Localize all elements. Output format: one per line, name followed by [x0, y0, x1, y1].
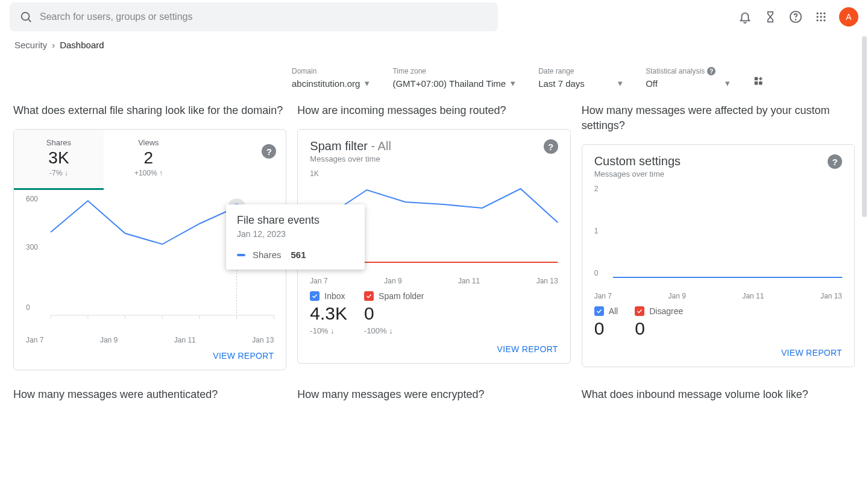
svg-point-0	[22, 13, 30, 21]
svg-point-6	[823, 13, 825, 14]
legend-value: 4.3K	[310, 303, 347, 324]
legend-inbox[interactable]: Inbox 4.3K -10% ↓	[310, 291, 347, 335]
svg-rect-14	[755, 81, 758, 85]
svg-rect-13	[755, 77, 758, 81]
x-tick: Jan 9	[668, 292, 686, 300]
add-widget-button[interactable]	[753, 75, 766, 89]
filter-daterange-value: Last 7 days	[538, 78, 585, 89]
help-icon[interactable]	[788, 10, 803, 24]
card-question-spam: How are incoming messages being routed?	[297, 103, 570, 118]
tab-shares[interactable]: Shares 3K -7% ↓	[14, 130, 104, 190]
filter-timezone-value: (GMT+07:00) Thailand Time	[392, 78, 506, 89]
help-icon[interactable]: ?	[828, 154, 842, 169]
filter-domain-label: Domain	[292, 67, 370, 75]
card-title-spam: Spam filter - All	[310, 139, 391, 153]
svg-line-1	[28, 19, 31, 22]
y-tick: 1	[594, 227, 599, 235]
chevron-down-icon: ▾	[511, 78, 515, 89]
svg-point-3	[796, 19, 796, 20]
card-question-encrypted: How many messages were encrypted?	[297, 387, 570, 402]
legend-all[interactable]: All 0	[594, 306, 618, 339]
card-custom: Custom settings Messages over time ? 2 1…	[582, 144, 855, 367]
svg-point-4	[817, 13, 819, 14]
tab-views[interactable]: Views 2 +100% ↑	[104, 130, 193, 190]
chart-custom: 2 1 0	[582, 181, 854, 289]
series-swatch-icon	[237, 254, 245, 256]
checkbox-icon[interactable]	[635, 306, 644, 316]
breadcrumb-current: Dashboard	[60, 40, 104, 50]
legend-label: Disagree	[649, 306, 683, 316]
svg-point-5	[820, 13, 822, 14]
search-input[interactable]	[40, 11, 488, 22]
filter-stats[interactable]: Statistical analysis ? Off ▾	[646, 67, 730, 89]
checkbox-icon[interactable]	[364, 291, 374, 301]
checkbox-icon[interactable]	[310, 291, 319, 301]
notifications-icon[interactable]	[738, 10, 752, 24]
filter-timezone[interactable]: Time zone (GMT+07:00) Thailand Time ▾	[392, 67, 515, 89]
chevron-right-icon: ›	[52, 40, 55, 50]
filter-domain-value: abcinstitution.org	[292, 78, 360, 89]
legend-delta: -100% ↓	[364, 326, 424, 335]
x-tick: Jan 7	[310, 277, 327, 285]
x-tick: Jan 13	[536, 277, 558, 285]
chart-tooltip: File share events Jan 12, 2023 Shares 56…	[226, 204, 365, 270]
card-question-file-sharing: What does external file sharing look lik…	[13, 103, 286, 118]
breadcrumb-parent[interactable]: Security	[14, 40, 47, 50]
svg-point-11	[820, 19, 822, 21]
y-tick: 0	[594, 269, 599, 277]
chevron-down-icon: ▾	[725, 78, 730, 89]
filter-daterange-label: Date range	[538, 67, 623, 75]
svg-point-12	[823, 19, 825, 21]
y-tick: 600	[26, 195, 38, 203]
y-tick: 0	[26, 303, 30, 312]
help-icon[interactable]: ?	[262, 144, 276, 159]
x-tick: Jan 9	[384, 277, 401, 285]
view-report-button[interactable]: VIEW REPORT	[781, 348, 842, 358]
filter-stats-label: Statistical analysis ?	[646, 67, 730, 75]
view-report-button[interactable]: VIEW REPORT	[213, 351, 274, 361]
legend-disagree[interactable]: Disagree 0	[635, 306, 683, 339]
y-tick: 300	[26, 243, 38, 251]
tooltip-series: Shares	[253, 250, 281, 260]
x-tick: Jan 11	[458, 277, 480, 285]
apps-icon[interactable]	[814, 10, 828, 24]
card-title-custom: Custom settings	[594, 154, 681, 168]
search-field[interactable]	[10, 2, 498, 31]
card-question-auth: How many messages were authenticated?	[13, 387, 286, 402]
chevron-down-icon: ▾	[618, 78, 623, 89]
help-icon[interactable]: ?	[544, 139, 558, 154]
y-tick: 1K	[310, 169, 319, 178]
card-file-sharing: Shares 3K -7% ↓ Views 2 +100% ↑ ? 600 30…	[13, 129, 286, 370]
x-tick: Jan 11	[174, 336, 196, 344]
tab-shares-label: Shares	[46, 138, 71, 147]
scrollbar[interactable]	[862, 36, 867, 217]
chevron-down-icon: ▾	[365, 78, 370, 89]
svg-point-8	[820, 16, 822, 17]
tooltip-title: File share events	[237, 214, 354, 227]
chart-file-sharing: 600 300 0 File share events Jan 12, 2	[14, 190, 286, 333]
legend-label: Spam folder	[379, 291, 424, 301]
filter-domain[interactable]: Domain abcinstitution.org ▾	[292, 67, 370, 89]
filter-daterange[interactable]: Date range Last 7 days ▾	[538, 67, 623, 89]
tab-shares-delta: -7% ↓	[49, 169, 68, 177]
legend-delta: -10% ↓	[310, 326, 347, 335]
card-subtitle: Messages over time	[594, 169, 681, 178]
filter-timezone-label: Time zone	[392, 67, 515, 75]
legend-spam-folder[interactable]: Spam folder 0 -100% ↓	[364, 291, 424, 335]
svg-point-10	[817, 19, 819, 21]
x-tick: Jan 9	[100, 336, 118, 344]
tab-shares-value: 3K	[48, 148, 69, 168]
filter-stats-value: Off	[646, 78, 658, 89]
search-icon	[19, 10, 33, 24]
x-tick: Jan 7	[594, 292, 612, 300]
legend-label: Inbox	[324, 291, 345, 301]
tooltip-value: 561	[291, 250, 306, 260]
view-report-button[interactable]: VIEW REPORT	[497, 344, 558, 354]
breadcrumb: Security › Dashboard	[0, 34, 868, 60]
tooltip-date: Jan 12, 2023	[237, 229, 354, 239]
svg-rect-15	[759, 81, 763, 85]
x-tick: Jan 11	[742, 292, 764, 300]
checkbox-icon[interactable]	[594, 306, 604, 316]
avatar[interactable]: A	[839, 7, 858, 27]
hourglass-icon[interactable]	[763, 10, 778, 24]
